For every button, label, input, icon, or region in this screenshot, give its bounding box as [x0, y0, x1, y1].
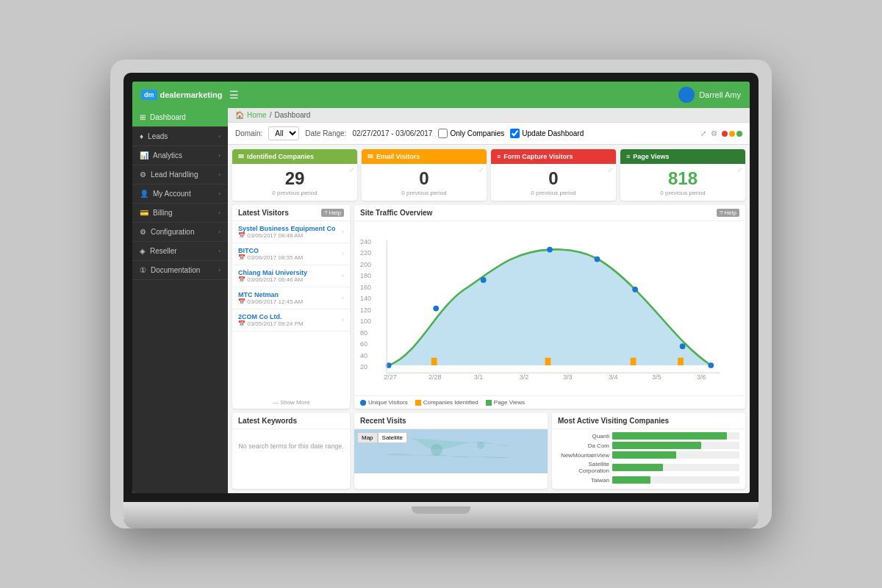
visitor-item[interactable]: 2COM Co Ltd. 📅 03/05/2017 09:24 PM ›: [232, 309, 350, 331]
stat-sub-form-capture-visitors: 0 previous period: [497, 190, 610, 196]
visitor-info: Chiang Mai University 📅 03/06/2017 06:46…: [238, 269, 307, 283]
sidebar-icon-reseller: ◈: [140, 247, 146, 255]
sidebar-item-left-dashboard: ⊞ Dashboard: [140, 113, 186, 121]
visitor-date: 📅 03/05/2017 09:24 PM: [238, 320, 304, 327]
sidebar-icon-billing: 💳: [140, 209, 148, 217]
settings-icon[interactable]: ⚙: [711, 129, 717, 137]
domain-select[interactable]: All: [268, 126, 299, 140]
stat-body-form-capture-visitors: ⤢ 0 0 previous period: [491, 164, 616, 201]
stat-icon-identified-companies: ✉: [238, 153, 244, 160]
svg-text:240: 240: [360, 238, 371, 245]
map-btn-map[interactable]: Map: [357, 432, 378, 443]
sidebar-arrow-billing: ›: [218, 209, 220, 216]
svg-point-15: [547, 247, 553, 253]
sidebar-item-lead-handling[interactable]: ⚙ Lead Handling ›: [132, 165, 228, 184]
date-range-label: Date Range:: [305, 129, 346, 137]
visitor-item[interactable]: Chiang Mai University 📅 03/06/2017 06:46…: [232, 265, 350, 287]
stat-label-form-capture-visitors: Form Capture Visitors: [503, 153, 573, 160]
traffic-panel: Site Traffic Overview ? Help 240 220 200: [354, 205, 745, 409]
only-companies-checkbox[interactable]: [438, 129, 448, 138]
stat-body-identified-companies: ⤢ 29 0 previous period: [232, 164, 357, 201]
sidebar-item-left-lead-handling: ⚙ Lead Handling: [140, 171, 198, 179]
legend-companies-dot: [415, 400, 421, 406]
hamburger-icon[interactable]: ☰: [229, 89, 239, 101]
svg-text:2/28: 2/28: [429, 373, 442, 381]
sidebar-icon-my-account: 👤: [140, 190, 148, 198]
sidebar-item-analytics[interactable]: 📊 Analytics ›: [132, 146, 228, 165]
bar-label: Da Com: [558, 442, 609, 449]
svg-text:200: 200: [360, 261, 371, 268]
panels-row: Latest Visitors ? Help Systel Business E…: [228, 205, 750, 413]
stat-sub-page-views: 0 previous period: [626, 190, 739, 196]
bar-row: Satellite Corporation: [558, 461, 739, 474]
sidebar-label-leads: Leads: [148, 132, 168, 140]
stat-expand-identified-companies[interactable]: ⤢: [349, 167, 354, 173]
map-btn-group: Map Satellite: [357, 432, 407, 443]
legend-pageviews-label: Page Views: [494, 399, 525, 406]
sidebar-item-configuration[interactable]: ⚙ Configuration ›: [132, 223, 228, 242]
svg-text:80: 80: [360, 329, 368, 337]
legend-pageviews-dot: [486, 400, 492, 406]
sidebar-item-billing[interactable]: 💳 Billing ›: [132, 204, 228, 223]
sidebar-item-reseller[interactable]: ◈ Reseller ›: [132, 242, 228, 261]
sidebar-item-dashboard[interactable]: ⊞ Dashboard: [132, 108, 228, 127]
user-info: 👤 Darrell Amy: [678, 87, 741, 103]
logo: dm dealermarketing: [141, 90, 222, 100]
svg-text:3/1: 3/1: [474, 373, 484, 381]
stat-body-page-views: ⤢ 818 0 previous period: [620, 164, 745, 201]
sidebar-label-configuration: Configuration: [151, 228, 194, 236]
visitor-name: MTC Netman: [238, 291, 303, 298]
sidebar-label-analytics: Analytics: [153, 151, 182, 159]
sidebar-icon-analytics: 📊: [140, 151, 148, 159]
visitor-info: MTC Netman 📅 03/06/2017 12:45 AM: [238, 291, 303, 305]
stat-label-identified-companies: Identified Companies: [247, 153, 314, 160]
stat-value-identified-companies: 29: [238, 168, 351, 190]
update-dashboard-checkbox[interactable]: [510, 129, 520, 138]
stat-expand-email-visitors[interactable]: ⤢: [478, 167, 484, 173]
visits-title: Recent Visits: [360, 417, 406, 425]
sidebar-item-leads[interactable]: ♦ Leads ›: [132, 127, 228, 146]
sidebar-icon-leads: ♦: [140, 132, 143, 140]
map-btn-satellite[interactable]: Satellite: [378, 432, 407, 443]
stat-icon-page-views: ≡: [626, 153, 630, 160]
visitors-panel-title: Latest Visitors: [238, 209, 289, 217]
visitor-date: 📅 03/06/2017 08:48 AM: [238, 232, 336, 239]
bar-label: Quanti: [558, 433, 609, 440]
svg-point-35: [431, 444, 442, 456]
svg-point-17: [632, 287, 638, 293]
visitor-item[interactable]: BITCO 📅 03/06/2017 08:35 AM ›: [232, 243, 350, 265]
visitor-arrow: ›: [342, 272, 344, 279]
sidebar-icon-documentation: ①: [140, 266, 146, 274]
bar-row: NewMountainView: [558, 451, 739, 459]
sidebar-arrow-leads: ›: [218, 133, 220, 140]
sidebar-item-my-account[interactable]: 👤 My Account ›: [132, 184, 228, 204]
stat-body-email-visitors: ⤢ 0 0 previous period: [362, 164, 487, 201]
home-icon: 🏠: [235, 111, 244, 119]
sidebar-item-documentation[interactable]: ① Documentation ›: [132, 261, 228, 280]
visitors-help-btn[interactable]: ? Help: [321, 209, 344, 217]
keywords-panel: Latest Keywords No search terms for this…: [232, 413, 350, 489]
sidebar-arrow-lead-handling: ›: [218, 171, 220, 178]
expand-icon[interactable]: ⤢: [700, 129, 706, 137]
bar-label: Satellite Corporation: [558, 461, 609, 474]
traffic-help-btn[interactable]: ? Help: [717, 209, 739, 217]
logo-dm: dm: [141, 90, 157, 100]
visitor-info: BITCO 📅 03/06/2017 08:35 AM: [238, 247, 303, 261]
svg-text:20: 20: [360, 363, 368, 370]
update-dashboard-label: Update Dashboard: [522, 129, 584, 137]
show-more-btn[interactable]: — Show More: [232, 396, 350, 409]
update-dashboard-group: Update Dashboard: [510, 129, 584, 138]
breadcrumb-home[interactable]: Home: [247, 111, 267, 119]
svg-rect-22: [631, 357, 637, 365]
traffic-chart-svg: 240 220 200 180 160 140 120 100 80: [360, 224, 739, 392]
visitor-arrow: ›: [342, 316, 344, 323]
svg-text:120: 120: [360, 306, 371, 314]
svg-text:3/2: 3/2: [520, 373, 529, 381]
visitor-item[interactable]: MTC Netman 📅 03/06/2017 12:45 AM ›: [232, 287, 350, 309]
bar-track: [612, 476, 739, 484]
stat-expand-form-capture-visitors[interactable]: ⤢: [608, 167, 613, 173]
visitor-name: BITCO: [238, 247, 303, 254]
stat-expand-page-views[interactable]: ⤢: [737, 167, 742, 173]
visitor-arrow: ›: [342, 228, 344, 235]
visitor-item[interactable]: Systel Business Equipment Co 📅 03/06/201…: [232, 221, 350, 243]
